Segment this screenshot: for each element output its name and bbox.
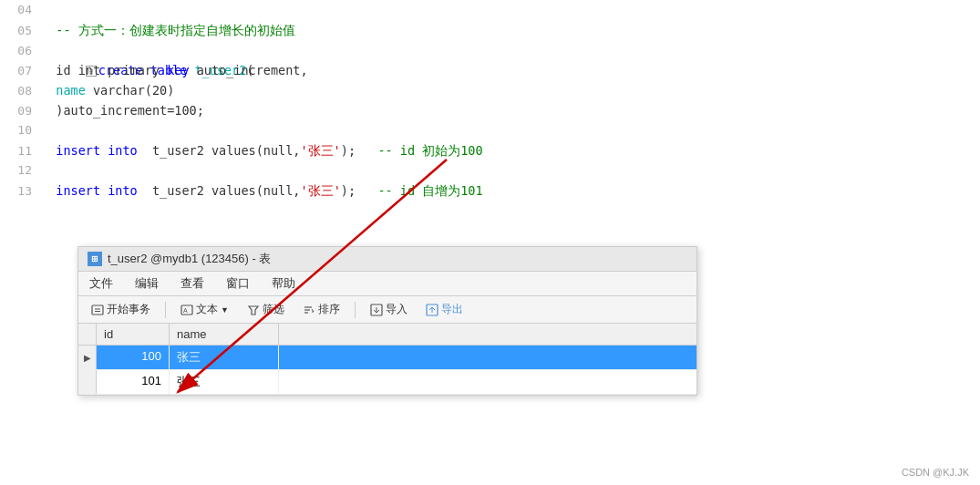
menu-help[interactable]: 帮助 xyxy=(268,273,299,294)
menu-edit[interactable]: 编辑 xyxy=(131,273,162,294)
line-num-04: 04 xyxy=(0,0,41,20)
toolbar-import-btn[interactable]: 导入 xyxy=(365,299,413,320)
line-content-07: id int primary key auto_increment, xyxy=(41,60,980,80)
toolbar-sort-btn[interactable]: 排序 xyxy=(297,299,346,320)
table-window: ⊞ t_user2 @mydb1 (123456) - 表 文件 编辑 查看 窗… xyxy=(77,246,697,396)
line-num-09: 09 xyxy=(0,101,41,121)
code-line-09: 09 )auto_increment=100; xyxy=(0,100,980,120)
menu-view[interactable]: 查看 xyxy=(177,273,208,294)
export-icon xyxy=(426,304,438,316)
line-content-13: insert into t_user2 values(null,'张三'); -… xyxy=(41,181,980,201)
code-line-06: 06 ⊟create table t_user2( xyxy=(0,40,980,60)
toolbar-sort-label: 排序 xyxy=(318,302,340,317)
code-line-04: 04 xyxy=(0,0,980,20)
line-num-12: 12 xyxy=(0,160,41,181)
line-num-13: 13 xyxy=(0,181,41,201)
svg-marker-5 xyxy=(249,306,258,315)
row-2-indicator xyxy=(78,370,97,394)
line-num-05: 05 xyxy=(0,21,41,41)
menu-window[interactable]: 窗口 xyxy=(222,273,253,294)
text-icon: A xyxy=(181,304,193,316)
row-1-name: 张三 xyxy=(170,346,279,369)
code-line-12: 12 xyxy=(0,160,980,181)
window-menubar: 文件 编辑 查看 窗口 帮助 xyxy=(78,272,696,296)
toolbar-text-arrow: ▼ xyxy=(221,305,229,315)
row-2-name: 张三 xyxy=(170,370,279,394)
toolbar-filter-label: 筛选 xyxy=(263,302,284,317)
sort-icon xyxy=(303,304,315,316)
line-content-11: insert into t_user2 values(null,'张三'); -… xyxy=(41,140,980,160)
toolbar-transaction-btn[interactable]: 开始事务 xyxy=(86,299,156,320)
toolbar-sep-2 xyxy=(355,302,356,318)
line-num-08: 08 xyxy=(0,81,41,101)
table-header-row: id name xyxy=(78,324,696,346)
toolbar-sep-1 xyxy=(165,302,166,318)
code-line-11: 11 insert into t_user2 values(null,'张三')… xyxy=(0,140,980,160)
toolbar-export-btn[interactable]: 导出 xyxy=(420,299,469,320)
table-content: id name ▶ 100 张三 101 张三 xyxy=(78,324,696,395)
import-icon xyxy=(370,304,383,316)
watermark: CSDN @KJ.JK xyxy=(902,467,969,478)
toolbar-export-label: 导出 xyxy=(441,302,463,317)
row-2-id: 101 xyxy=(97,370,170,394)
table-title-icon: ⊞ xyxy=(88,252,102,266)
window-titlebar: ⊞ t_user2 @mydb1 (123456) - 表 xyxy=(78,247,696,272)
row-1-indicator: ▶ xyxy=(78,346,97,369)
code-line-13: 13 insert into t_user2 values(null,'张三')… xyxy=(0,181,980,201)
code-line-07: 07 id int primary key auto_increment, xyxy=(0,60,980,80)
toolbar-import-label: 导入 xyxy=(386,302,407,317)
menu-file[interactable]: 文件 xyxy=(86,273,117,294)
line-num-11: 11 xyxy=(0,141,41,161)
row-1-id: 100 xyxy=(97,346,170,369)
line-num-07: 07 xyxy=(0,61,41,81)
toolbar-text-label: 文本 xyxy=(196,302,218,317)
code-line-05: 05 -- 方式一：创建表时指定自增长的初始值 xyxy=(0,20,980,40)
col-header-name: name xyxy=(170,324,279,345)
line-content-08: name varchar(20) xyxy=(41,80,980,100)
table-row-2[interactable]: 101 张三 xyxy=(78,370,696,395)
window-toolbar: 开始事务 A 文本 ▼ 筛选 排序 xyxy=(78,296,696,324)
svg-rect-0 xyxy=(92,305,103,315)
transaction-icon xyxy=(91,304,104,316)
code-line-08: 08 name varchar(20) xyxy=(0,80,980,100)
filter-icon xyxy=(247,304,260,316)
toolbar-filter-btn[interactable]: 筛选 xyxy=(242,299,290,320)
line-content-05: -- 方式一：创建表时指定自增长的初始值 xyxy=(41,20,980,40)
code-editor: 04 05 -- 方式一：创建表时指定自增长的初始值 06 ⊟create ta… xyxy=(0,0,980,246)
row-indicator-header xyxy=(78,324,97,345)
line-content-09: )auto_increment=100; xyxy=(41,100,980,120)
window-title: t_user2 @mydb1 (123456) - 表 xyxy=(108,251,271,267)
col-header-id: id xyxy=(97,324,170,345)
svg-text:A: A xyxy=(183,307,188,314)
toolbar-text-btn[interactable]: A 文本 ▼ xyxy=(175,299,234,320)
toolbar-transaction-label: 开始事务 xyxy=(107,302,150,317)
code-line-10: 10 xyxy=(0,120,980,140)
table-row-1[interactable]: ▶ 100 张三 xyxy=(78,346,696,370)
line-num-06: 06 xyxy=(0,41,41,61)
line-num-10: 10 xyxy=(0,120,41,140)
